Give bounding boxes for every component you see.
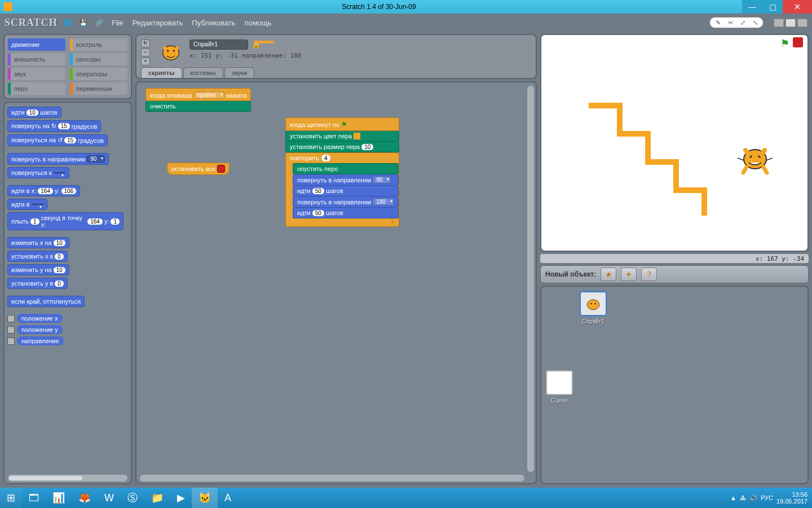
sprite-thumbnail	[156, 38, 186, 63]
tray-network-icon[interactable]: 🖧	[740, 494, 746, 501]
stop-button[interactable]	[793, 37, 803, 47]
stage-mode-buttons	[774, 19, 807, 27]
shrink-icon[interactable]: ⤡	[751, 18, 760, 27]
category-variables[interactable]: переменные	[70, 82, 127, 95]
minimize-button[interactable]: —	[742, 0, 762, 14]
block-bounce[interactable]: если край, оттолкнуться	[7, 296, 85, 307]
surprise-sprite-button[interactable]: ?	[641, 268, 657, 281]
block-turn-cw[interactable]: повернуть на ↻15градусов	[7, 120, 101, 132]
stamp-icon[interactable]: ✎	[713, 18, 722, 27]
block-goto-xy[interactable]: идти в х:164у:106	[7, 185, 80, 196]
tab-costumes[interactable]: костюмы	[183, 67, 223, 78]
start-button[interactable]: ⊞	[0, 488, 22, 508]
script-keypress[interactable]: когда клавишапробелнажата очистить	[145, 88, 251, 112]
app-icon	[3, 2, 12, 11]
taskbar: ⊞ 🗔 📊 🦊 W Ⓢ 📁 ▶ 🐱 A ▲ 🖧 🔊 РУС 13:56 19.0…	[0, 488, 812, 508]
language-icon[interactable]: 🌐	[62, 17, 73, 28]
tray-clock[interactable]: 13:56 19.05.2017	[776, 491, 807, 505]
block-palette: движение контроль внешность сенсоры звук…	[3, 34, 132, 484]
sprite-header: ↻ ↔ • Спрайт1 🔒 x: 151 y: -31 направлени…	[135, 34, 537, 79]
script-stop-all[interactable]: остановить все	[167, 163, 230, 175]
save-icon[interactable]: 💾	[78, 17, 89, 28]
taskbar-explorer[interactable]: 📊	[46, 488, 72, 508]
category-sensing[interactable]: сенсоры	[70, 53, 127, 65]
taskbar-adobe[interactable]: A	[218, 488, 238, 508]
menu-edit[interactable]: Редактировать	[130, 19, 186, 27]
category-looks[interactable]: внешность	[8, 53, 65, 65]
menu-file[interactable]: File	[109, 19, 126, 27]
small-stage-button[interactable]	[774, 19, 784, 27]
taskbar-scratch[interactable]: 🐱	[192, 488, 218, 508]
script-greenflag[interactable]: когда щелкнут по⚑ установить цвет пера у…	[285, 117, 399, 227]
sprite-cell-1[interactable]: Спрайт1	[580, 291, 607, 325]
sprite-on-stage[interactable]	[735, 138, 775, 185]
green-flag-icon: ⚑	[341, 121, 347, 129]
category-control[interactable]: контроль	[70, 38, 127, 51]
window-buttons: — ▢ ✕	[742, 0, 812, 14]
tab-sounds[interactable]: звуки	[224, 67, 254, 78]
tool-group: ✎ ✂ ⤢ ⤡	[709, 17, 764, 28]
color-swatch[interactable]	[354, 133, 360, 139]
block-change-y[interactable]: изменить у на10	[7, 264, 69, 275]
category-pen[interactable]: перо	[8, 82, 65, 95]
block-set-x[interactable]: установить х в0	[7, 251, 68, 262]
menu-help[interactable]: помощь	[242, 19, 274, 27]
sprite-coords: x: 151 y: -31 направление: 180	[189, 52, 302, 59]
block-turn-ccw[interactable]: повернуться на ↺15градусов	[7, 134, 108, 146]
paint-sprite-button[interactable]: ★	[601, 268, 616, 281]
menu-publish[interactable]: Публиковать	[189, 19, 237, 27]
block-glide[interactable]: плыть1секунд в точку х:164у:1	[7, 212, 123, 230]
taskbar-media[interactable]: ▶	[170, 488, 192, 508]
category-operators[interactable]: операторы	[70, 68, 127, 80]
maximize-button[interactable]: ▢	[762, 0, 783, 14]
taskbar-firefox[interactable]: 🦊	[72, 488, 98, 508]
taskbar-word[interactable]: W	[98, 488, 121, 508]
block-move[interactable]: идти10шагов	[7, 107, 61, 118]
export-icon[interactable]	[254, 41, 274, 43]
presentation-button[interactable]	[797, 19, 807, 27]
stop-icon	[217, 165, 225, 173]
close-button[interactable]: ✕	[783, 0, 812, 14]
rotate-360-button[interactable]: ↻	[141, 40, 150, 47]
system-tray: ▲ 🖧 🔊 РУС 13:56 19.05.2017	[726, 491, 812, 505]
new-object-bar: Новый объект: ★ ✦ ?	[540, 265, 809, 283]
category-motion[interactable]: движение	[8, 38, 65, 51]
script-hscrollbar[interactable]	[140, 475, 524, 481]
toolbar: SCRATCH 🌐 💾 🔗 File Редактировать Публико…	[0, 14, 812, 32]
block-point-towards[interactable]: повернуться к	[7, 167, 69, 178]
taskbar-calc[interactable]: 🗔	[22, 488, 46, 508]
normal-stage-button[interactable]	[785, 19, 796, 27]
titlebar: Scratch 1.4 of 30-Jun-09 — ▢ ✕	[0, 0, 812, 14]
reporter-x[interactable]: положение х	[7, 314, 128, 323]
palette-scrollbar[interactable]	[8, 475, 127, 481]
stage-canvas[interactable]	[545, 49, 804, 247]
tab-scripts[interactable]: скрипты	[141, 67, 182, 78]
window-title: Scratch 1.4 of 30-Jun-09	[16, 3, 742, 11]
category-grid: движение контроль внешность сенсоры звук…	[3, 34, 132, 99]
block-set-y[interactable]: установить у в0	[7, 278, 68, 289]
taskbar-files[interactable]: 📁	[144, 488, 170, 508]
share-icon[interactable]: 🔗	[94, 17, 105, 28]
sprite-name-input[interactable]: Спрайт1	[189, 40, 248, 50]
block-goto[interactable]: идти в	[7, 199, 47, 210]
reporter-direction[interactable]: направление	[7, 336, 128, 345]
stage-cell[interactable]: Сцена	[546, 370, 573, 404]
rotate-none-button[interactable]: •	[141, 58, 150, 65]
svg-point-2	[173, 50, 175, 52]
tray-flag-icon[interactable]: ▲	[730, 494, 736, 501]
reporter-y[interactable]: положение у	[7, 325, 128, 334]
block-change-x[interactable]: изменить х на10	[7, 237, 69, 248]
svg-point-6	[587, 300, 599, 310]
tray-language[interactable]: РУС	[761, 494, 773, 501]
grow-icon[interactable]: ⤢	[738, 18, 747, 27]
script-vscrollbar[interactable]	[527, 86, 534, 472]
category-sound[interactable]: звук	[8, 68, 65, 80]
cut-icon[interactable]: ✂	[726, 18, 735, 27]
taskbar-skype[interactable]: Ⓢ	[121, 488, 144, 508]
choose-sprite-button[interactable]: ✦	[621, 268, 637, 281]
script-area[interactable]: когда клавишапробелнажата очистить остан…	[135, 81, 537, 484]
rotate-lr-button[interactable]: ↔	[141, 49, 150, 56]
tray-volume-icon[interactable]: 🔊	[749, 494, 757, 502]
block-point-direction[interactable]: повернуть в направлении90	[7, 153, 109, 165]
green-flag-button[interactable]: ⚑	[780, 37, 789, 50]
